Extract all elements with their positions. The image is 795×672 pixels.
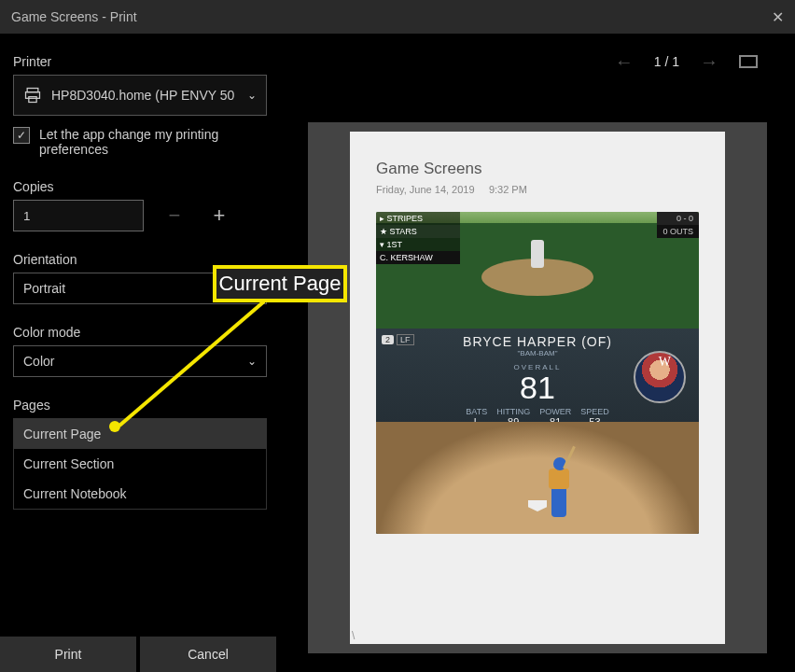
- print-button-label: Print: [55, 647, 82, 662]
- doc-title: Game Screens: [350, 132, 725, 184]
- home-team: STARS: [390, 227, 417, 236]
- svg-rect-0: [27, 89, 38, 92]
- pages-option-label: Current Section: [23, 456, 114, 471]
- doc-meta-time: 9:32 PM: [489, 184, 527, 195]
- preview-page: Game Screens Friday, June 14, 2019 9:32 …: [350, 132, 725, 644]
- cancel-button-label: Cancel: [188, 647, 229, 662]
- cap-logo: W: [659, 355, 671, 370]
- doc-meta: Friday, June 14, 2019 9:32 PM: [350, 184, 725, 195]
- page-corner-mark: \: [352, 629, 355, 642]
- close-icon[interactable]: ✕: [772, 8, 784, 26]
- next-page-arrow-icon[interactable]: →: [700, 51, 718, 73]
- copies-input[interactable]: [13, 200, 144, 231]
- pages-option-current-section[interactable]: Current Section: [14, 449, 266, 479]
- annotation-callout: Current Page: [213, 265, 347, 302]
- cancel-button[interactable]: Cancel: [140, 637, 276, 672]
- svg-rect-1: [26, 92, 40, 99]
- copies-label: Copies: [13, 179, 267, 194]
- fullscreen-icon[interactable]: [739, 55, 758, 68]
- color-mode-label: Color mode: [13, 325, 267, 340]
- printer-label: Printer: [13, 54, 267, 69]
- outs: 0 OUTS: [657, 225, 699, 238]
- prev-page-arrow-icon[interactable]: ←: [615, 51, 634, 73]
- print-button[interactable]: Print: [0, 637, 136, 672]
- window-title: Game Screens - Print: [11, 9, 137, 24]
- chevron-down-icon: ⌄: [247, 355, 257, 368]
- printer-selected-name: HP8D3040.home (HP ENVY 50: [51, 88, 247, 103]
- game-screenshot-preview: ▸ STRIPES ★ STARS ▾ 1ST C. KERSHAW 0 - 0…: [376, 212, 699, 534]
- pages-dropdown-open[interactable]: Current Page Current Section Current Not…: [13, 418, 267, 510]
- pages-option-current-page[interactable]: Current Page: [14, 419, 266, 449]
- player-name: BRYCE HARPER (OF): [376, 329, 699, 349]
- batter-figure: [544, 452, 578, 517]
- print-preview-area: Game Screens Friday, June 14, 2019 9:32 …: [308, 122, 767, 653]
- pitcher-name: C. KERSHAW: [380, 253, 433, 262]
- chevron-down-icon: ⌄: [247, 89, 257, 102]
- away-team: STRIPES: [387, 214, 424, 223]
- color-mode-selected: Color: [23, 354, 54, 369]
- printer-icon: [23, 86, 42, 105]
- pages-option-label: Current Page: [23, 427, 101, 441]
- pages-label: Pages: [13, 398, 267, 413]
- svg-rect-2: [29, 97, 36, 103]
- preferences-checkbox-label: Let the app change my printing preferenc…: [39, 127, 244, 157]
- position-badge: 2 LF: [382, 334, 414, 345]
- score: 0 - 0: [657, 212, 699, 225]
- annotation-callout-text: Current Page: [219, 272, 342, 296]
- preferences-checkbox[interactable]: ✓: [13, 127, 30, 144]
- page-indicator: 1 / 1: [654, 54, 679, 69]
- copies-increment[interactable]: +: [205, 203, 233, 228]
- copies-decrement[interactable]: −: [160, 203, 188, 228]
- color-mode-dropdown[interactable]: Color ⌄: [13, 345, 267, 377]
- pages-option-current-notebook[interactable]: Current Notebook: [14, 479, 266, 509]
- orientation-selected: Portrait: [23, 281, 65, 296]
- printer-dropdown[interactable]: HP8D3040.home (HP ENVY 50 ⌄: [13, 75, 267, 116]
- doc-meta-date: Friday, June 14, 2019: [376, 184, 475, 195]
- inning: 1ST: [387, 240, 403, 249]
- pages-option-label: Current Notebook: [23, 486, 127, 501]
